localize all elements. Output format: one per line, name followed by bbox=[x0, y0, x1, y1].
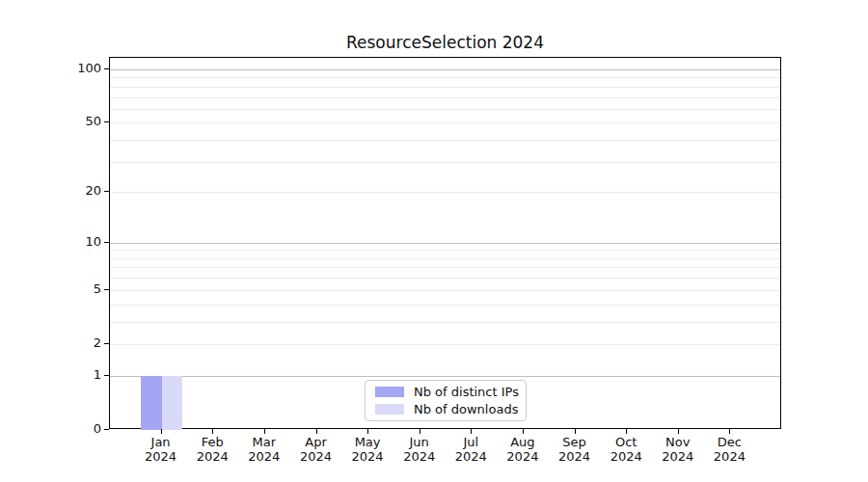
y-tick-label: 0 bbox=[43, 421, 101, 436]
y-tick-label: 5 bbox=[43, 281, 101, 296]
legend-label-downloads: Nb of downloads bbox=[414, 402, 518, 416]
y-tick-mark bbox=[104, 121, 109, 122]
y-tick-mark bbox=[104, 429, 109, 430]
x-tick-mark bbox=[678, 429, 679, 434]
gridline-minor bbox=[110, 192, 780, 193]
x-tick-mark bbox=[161, 429, 162, 434]
y-tick-label: 100 bbox=[43, 61, 101, 75]
x-tick-mark bbox=[316, 429, 317, 434]
bar-nb-of-distinct-ips bbox=[141, 376, 162, 430]
gridline-minor bbox=[110, 87, 780, 88]
gridline-minor bbox=[110, 258, 780, 259]
gridline-minor bbox=[110, 109, 780, 110]
gridline-minor bbox=[110, 344, 780, 345]
x-tick-mark bbox=[523, 429, 524, 434]
x-tick-mark bbox=[626, 429, 627, 434]
legend-item-downloads: Nb of downloads bbox=[371, 401, 520, 418]
plot-area: Nb of distinct IPs Nb of downloads bbox=[109, 57, 781, 429]
legend: Nb of distinct IPs Nb of downloads bbox=[365, 380, 527, 421]
chart-title: ResourceSelection 2024 bbox=[109, 33, 781, 52]
x-tick-mark bbox=[367, 429, 368, 434]
y-tick-mark bbox=[104, 242, 109, 243]
gridline-minor bbox=[110, 140, 780, 141]
y-tick-mark bbox=[104, 68, 109, 69]
gridline-minor bbox=[110, 290, 780, 291]
x-tick-mark bbox=[420, 429, 420, 434]
gridline-minor bbox=[110, 278, 780, 279]
gridline-major bbox=[110, 376, 780, 377]
y-tick-mark bbox=[104, 289, 109, 290]
x-tick-mark bbox=[212, 429, 213, 434]
gridline-minor bbox=[110, 97, 780, 98]
x-tick-label-month: Dec bbox=[698, 435, 760, 449]
legend-item-distinct-ips: Nb of distinct IPs bbox=[371, 384, 520, 401]
gridline-minor bbox=[110, 322, 780, 323]
y-tick-label: 20 bbox=[43, 183, 101, 198]
x-tick-mark bbox=[729, 429, 730, 434]
legend-label-distinct-ips: Nb of distinct IPs bbox=[414, 385, 519, 399]
x-tick-label: Dec2024 bbox=[698, 435, 760, 464]
gridline-minor bbox=[110, 162, 780, 163]
gridline-minor bbox=[110, 250, 780, 251]
gridline-minor bbox=[110, 122, 780, 123]
figure: ResourceSelection 2024 Nb of distinct IP… bbox=[0, 0, 868, 482]
x-tick-label-year: 2024 bbox=[698, 449, 760, 464]
y-tick-label: 1 bbox=[43, 367, 101, 382]
x-tick-mark bbox=[575, 429, 576, 434]
y-tick-mark bbox=[104, 343, 109, 344]
y-tick-label: 2 bbox=[43, 335, 101, 350]
gridline-major bbox=[110, 69, 780, 70]
y-tick-label: 50 bbox=[43, 114, 101, 128]
x-tick-mark bbox=[471, 429, 472, 434]
y-tick-mark bbox=[104, 191, 109, 192]
y-tick-mark bbox=[104, 375, 109, 376]
legend-swatch-downloads bbox=[375, 404, 404, 415]
legend-swatch-distinct-ips bbox=[375, 387, 404, 397]
gridline-minor bbox=[110, 77, 780, 78]
gridline-major bbox=[110, 243, 780, 244]
bar-nb-of-downloads bbox=[162, 376, 183, 430]
gridline-minor bbox=[110, 267, 780, 268]
y-tick-label: 10 bbox=[43, 234, 101, 249]
x-tick-mark bbox=[264, 429, 265, 434]
gridline-minor bbox=[110, 305, 780, 306]
